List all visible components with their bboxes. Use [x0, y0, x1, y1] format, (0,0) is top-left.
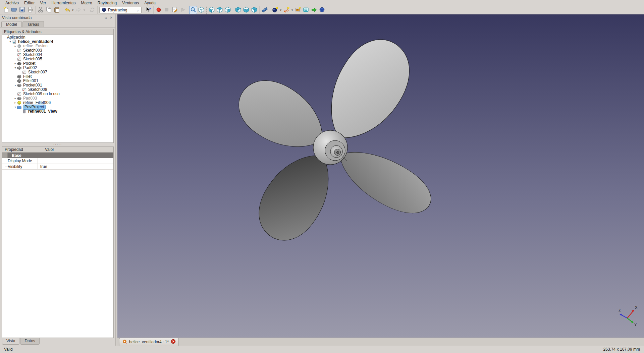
svg-text:?: ? — [149, 6, 151, 11]
menu-ventanas[interactable]: Ventanas — [119, 0, 142, 6]
tree-header: Etiquetas & Atributos — [2, 29, 114, 34]
print-icon — [27, 6, 34, 14]
cut-icon — [37, 6, 44, 14]
menu-archivo[interactable]: Archivo — [3, 0, 21, 6]
open-document-button[interactable] — [10, 6, 18, 14]
macro-play-button[interactable] — [179, 6, 187, 14]
tree-item-pad002[interactable]: ▾Pad002 — [2, 66, 113, 70]
tree-item-refine-fusion[interactable]: ▸refine_Fusion — [2, 44, 113, 48]
pad-icon — [17, 66, 22, 70]
property-group-base[interactable]: Base — [2, 153, 113, 158]
sketch-icon — [17, 57, 22, 61]
undo-button[interactable] — [63, 6, 71, 14]
povray-export-button[interactable] — [282, 6, 290, 14]
tree-item-refine-fillet006[interactable]: ▸refine_Fillet006 — [2, 101, 113, 105]
tab-tareas[interactable]: Tareas — [22, 21, 44, 27]
povray-export-image-icon — [311, 6, 317, 14]
fusion-icon — [17, 44, 22, 48]
close-panel-icon[interactable]: ✕ — [109, 15, 113, 20]
view-fit-all-button[interactable] — [189, 6, 197, 14]
povray-export-image-button[interactable] — [310, 6, 318, 14]
view-front-button[interactable] — [208, 6, 216, 14]
view-top-button[interactable] — [216, 6, 224, 14]
tree-item-sketch005[interactable]: Sketch005 — [2, 57, 113, 61]
tab-model[interactable]: Model — [1, 21, 22, 27]
menu-raytracing[interactable]: Raytracing — [95, 0, 119, 6]
axis-y-label: Y — [634, 323, 637, 327]
tree-item-refine001-view[interactable]: refine001_View — [2, 109, 113, 114]
expander-collapsed-icon[interactable]: ▸ — [13, 101, 17, 105]
property-editor: Propiedad Valor Base Display ModeVisibil… — [2, 146, 114, 338]
tree-item-povproject[interactable]: ▾PovProject — [2, 105, 113, 109]
new-document-button[interactable] — [2, 6, 10, 14]
view-top-icon — [216, 6, 223, 14]
cut-button[interactable] — [37, 6, 45, 14]
tab-vista[interactable]: Vista — [2, 338, 19, 345]
paste-button[interactable] — [53, 6, 61, 14]
expander-expanded-icon[interactable]: ▾ — [13, 83, 17, 87]
tree-item-pocket001[interactable]: ▾Pocket001 — [2, 83, 113, 87]
property-name: Visibility — [2, 164, 38, 169]
chevron-down-icon[interactable]: ▾ — [71, 8, 74, 12]
refresh-button[interactable] — [88, 6, 96, 14]
menu-herramientas[interactable]: Herramientas — [49, 0, 78, 6]
povray-globe-button[interactable] — [318, 6, 326, 14]
menu-ver[interactable]: Ver — [37, 0, 49, 6]
view-axonometric-button[interactable] — [197, 6, 205, 14]
view-rear-button[interactable] — [234, 6, 242, 14]
view-fit-all-icon — [190, 6, 197, 14]
expander-expanded-icon[interactable]: ▾ — [13, 105, 17, 109]
expander-expanded-icon[interactable]: ▾ — [8, 40, 12, 44]
fillet-icon — [17, 79, 22, 83]
tree-item-pad003[interactable]: ▸Pad003 — [2, 96, 113, 101]
sketch-icon — [17, 92, 22, 96]
expander-collapsed-icon[interactable]: ▸ — [13, 61, 17, 66]
property-value[interactable]: true — [38, 164, 113, 169]
view-right-button[interactable] — [224, 6, 232, 14]
chevron-down-icon[interactable]: ▾ — [279, 8, 282, 12]
tree-item-pocket[interactable]: ▸Pocket — [2, 61, 113, 66]
expander-collapsed-icon[interactable]: ▸ — [13, 96, 17, 101]
copy-button[interactable] — [45, 6, 53, 14]
document-tab[interactable]: helice_ventilador4 : 1* — [119, 338, 179, 346]
povray-insert-view-button[interactable] — [294, 6, 302, 14]
panel-splitter-handle[interactable] — [0, 143, 115, 146]
close-document-icon[interactable] — [171, 339, 176, 345]
float-panel-icon[interactable]: ◇ — [104, 15, 108, 20]
view-left-button[interactable] — [250, 6, 258, 14]
tree-item-sketch007[interactable]: Sketch007 — [2, 70, 113, 74]
view-bottom-button[interactable] — [242, 6, 250, 14]
combined-view-panel: Vista combinada ◇ ✕ Model Tareas Etiquet… — [0, 14, 115, 346]
whats-this-button[interactable]: ? — [144, 6, 152, 14]
menu-ayuda[interactable]: Ayuda — [142, 0, 158, 6]
tree-item-fillet001[interactable]: Fillet001 — [2, 79, 113, 83]
tree-item-sketch003[interactable]: Sketch003 — [2, 48, 113, 53]
expander-collapsed-icon[interactable]: ▸ — [13, 44, 17, 48]
property-row-display-mode[interactable]: Display Mode — [2, 158, 113, 164]
tree-item-helice-ventilador4[interactable]: ▾helice_ventilador4 — [2, 40, 113, 44]
macro-edit-button[interactable] — [171, 6, 179, 14]
tree-item-sketch004[interactable]: Sketch004 — [2, 53, 113, 57]
menu-editar[interactable]: Editar — [21, 0, 37, 6]
chevron-down-icon[interactable]: ▾ — [83, 8, 86, 12]
3d-viewport[interactable]: X Y Z — [117, 14, 644, 338]
redo-button[interactable] — [74, 6, 83, 14]
expander-expanded-icon[interactable]: ▾ — [13, 66, 17, 70]
povray-new-project-button[interactable] — [271, 6, 279, 14]
povray-render-button[interactable] — [302, 6, 310, 14]
menu-macro[interactable]: Macro — [78, 0, 95, 6]
measure-distance-button[interactable] — [261, 6, 269, 14]
property-row-visibility[interactable]: Visibilitytrue — [2, 164, 113, 170]
macro-record-button[interactable] — [155, 6, 163, 14]
print-button[interactable] — [26, 6, 34, 14]
chevron-down-icon[interactable]: ▾ — [290, 8, 294, 12]
tree-item-sketch009-no-lo-uso[interactable]: Sketch009 no lo uso — [2, 92, 113, 96]
save-document-button[interactable] — [18, 6, 26, 14]
property-header: Propiedad Valor — [2, 147, 113, 153]
property-column-value: Valor — [42, 147, 113, 152]
tab-datos[interactable]: Datos — [20, 338, 39, 345]
tree-item-fillet[interactable]: Fillet — [2, 74, 113, 79]
save-document-icon — [19, 6, 25, 14]
macro-stop-button[interactable] — [163, 6, 171, 14]
workbench-selector[interactable]: Raytracing⌄ — [99, 7, 142, 13]
